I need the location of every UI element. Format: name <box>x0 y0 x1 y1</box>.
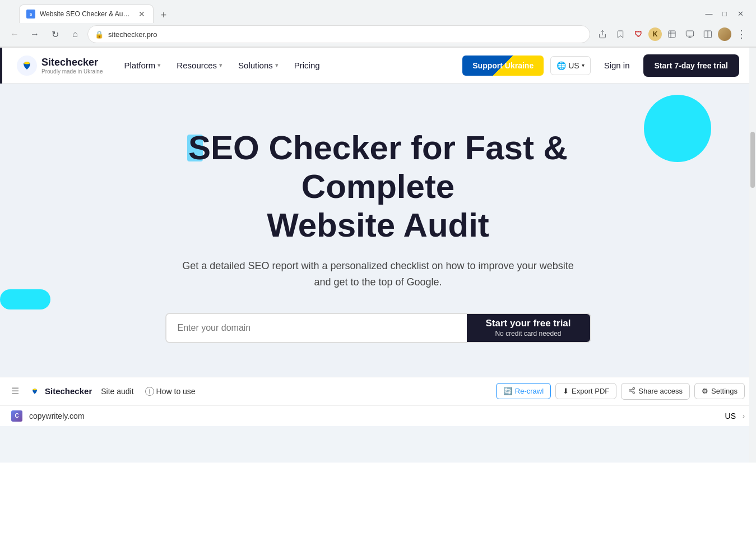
nav-resources[interactable]: Resources ▾ <box>169 48 230 84</box>
forward-button[interactable]: → <box>27 26 43 42</box>
lang-chevron-icon: ▾ <box>582 62 585 68</box>
hero-deco-circle <box>644 95 711 162</box>
back-button[interactable]: ← <box>7 26 22 42</box>
nav-pricing[interactable]: Pricing <box>286 48 328 84</box>
hamburger-menu-icon[interactable]: ☰ <box>11 386 19 396</box>
media-button[interactable] <box>682 26 698 42</box>
bottom-logo-text: Sitechecker <box>45 386 92 396</box>
bottom-nav-how-to-use[interactable]: i How to use <box>145 387 196 396</box>
new-tab-button[interactable]: + <box>156 7 171 23</box>
bottom-logo-icon <box>28 385 41 398</box>
split-view-button[interactable] <box>700 26 716 42</box>
svg-rect-2 <box>686 31 693 36</box>
support-ukraine-button[interactable]: Support Ukraine <box>462 56 544 76</box>
share-page-button[interactable] <box>595 26 610 42</box>
info-icon: i <box>145 387 154 396</box>
tab-close-button[interactable]: ✕ <box>137 10 146 19</box>
tab-title: Website SEO Checker & Audit To... <box>40 10 133 18</box>
gear-icon: ⚙ <box>702 387 708 395</box>
security-lock-icon: 🔒 <box>95 30 104 39</box>
seo-highlight: SEO <box>188 128 259 167</box>
hero-section: SEO Checker for Fast & Complete Website … <box>0 84 756 377</box>
tab-favicon: S <box>26 10 35 19</box>
export-pdf-button[interactable]: ⬇ Export PDF <box>555 383 616 399</box>
bottom-nav-site-audit[interactable]: Site audit <box>101 387 133 396</box>
site-navbar: Sitechecker Proudly made in Ukraine Plat… <box>0 48 756 84</box>
page-scrollbar[interactable] <box>749 48 756 463</box>
recrawl-icon: 🔄 <box>503 387 512 395</box>
bottom-toolbar: ☰ Sitechecker Site audit i How to use <box>0 377 756 405</box>
share-icon <box>628 387 636 396</box>
nav-platform[interactable]: Platform ▾ <box>117 48 169 84</box>
domain-name: copywritely.com <box>29 412 718 421</box>
bookmark-button[interactable] <box>613 26 628 42</box>
bottom-nav-links: Site audit i How to use <box>101 387 487 396</box>
globe-icon: 🌐 <box>556 61 566 70</box>
extensions-button[interactable] <box>664 26 680 42</box>
nav-solutions[interactable]: Solutions ▾ <box>230 48 286 84</box>
resources-chevron-icon: ▾ <box>219 62 222 69</box>
reload-button[interactable]: ↻ <box>47 26 63 42</box>
settings-button[interactable]: ⚙ Settings <box>694 383 745 399</box>
country-flag: US <box>725 412 736 421</box>
hero-deco-pill <box>0 289 50 309</box>
shield-extension-button[interactable]: 🛡 <box>630 26 646 42</box>
user-avatar-button[interactable] <box>718 27 731 41</box>
profile-k-button[interactable]: K <box>648 27 662 41</box>
logo-tagline-text: Proudly made in Ukraine <box>41 68 103 75</box>
free-trial-button[interactable]: Start 7-day free trial <box>643 54 740 77</box>
logo-icon <box>17 56 37 76</box>
logo-brand-text: Sitechecker <box>41 57 103 68</box>
domain-favicon: C <box>11 410 22 422</box>
nav-cta-area: Support Ukraine 🌐 US ▾ Sign in Start 7-d… <box>462 54 739 77</box>
scrollbar-thumb <box>750 132 755 188</box>
bottom-action-buttons: 🔄 Re-crawl ⬇ Export PDF Share access ⚙ S… <box>496 383 745 400</box>
recrawl-button[interactable]: 🔄 Re-crawl <box>496 383 551 399</box>
browser-menu-button[interactable]: ⋮ <box>734 26 749 42</box>
bottom-logo: Sitechecker <box>28 385 92 398</box>
svg-text:S: S <box>30 12 33 16</box>
window-minimize-button[interactable]: — <box>704 10 713 19</box>
platform-chevron-icon: ▾ <box>157 62 161 69</box>
svg-point-5 <box>633 387 634 389</box>
site-logo[interactable]: Sitechecker Proudly made in Ukraine <box>17 56 103 76</box>
solutions-chevron-icon: ▾ <box>275 62 279 69</box>
domain-chevron-icon: › <box>743 412 745 420</box>
download-icon: ⬇ <box>563 387 569 395</box>
window-restore-button[interactable]: □ <box>720 10 729 19</box>
address-bar[interactable]: 🔒 <box>87 25 590 43</box>
nav-links: Platform ▾ Resources ▾ Solutions ▾ Prici… <box>117 48 463 84</box>
hero-subtitle: Get a detailed SEO report with a persona… <box>182 258 574 290</box>
language-selector-button[interactable]: 🌐 US ▾ <box>550 56 590 75</box>
home-button[interactable]: ⌂ <box>67 26 83 42</box>
hero-search-bar: Start your free trial No credit card nee… <box>165 313 591 343</box>
nav-accent-bar <box>0 48 2 84</box>
start-free-trial-button[interactable]: Start your free trial No credit card nee… <box>467 314 590 342</box>
hero-title: SEO Checker for Fast & Complete Website … <box>126 128 630 244</box>
svg-point-6 <box>629 389 631 391</box>
sign-in-button[interactable]: Sign in <box>597 56 637 75</box>
share-access-button[interactable]: Share access <box>621 383 690 400</box>
domain-row[interactable]: C copywritely.com US › <box>0 405 756 426</box>
browser-tab[interactable]: S Website SEO Checker & Audit To... ✕ <box>19 4 154 23</box>
domain-input[interactable] <box>166 314 467 342</box>
svg-point-7 <box>633 391 634 393</box>
window-close-button[interactable]: ✕ <box>736 10 745 19</box>
url-input[interactable] <box>108 30 583 39</box>
